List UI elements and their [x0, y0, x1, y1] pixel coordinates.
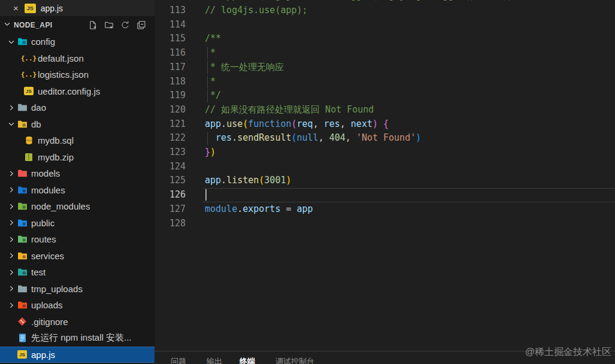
tree-folder-db[interactable]: db: [0, 116, 154, 133]
sql-icon: [23, 135, 34, 145]
line-number[interactable]: 126: [154, 188, 186, 202]
tree-file-_npm_install_...[interactable]: 先运行 npm install 安装...: [0, 330, 154, 347]
line-number[interactable]: 113: [154, 4, 186, 18]
code-line-127[interactable]: 127module.exports = app: [154, 202, 615, 217]
chevron-right-icon[interactable]: [6, 251, 17, 260]
tree-item-label: 先运行 npm install 安装...: [31, 332, 132, 344]
tree-item-label: mydb.sql: [38, 135, 74, 145]
tree-item-label: db: [31, 119, 41, 129]
line-number[interactable]: 128: [154, 217, 186, 231]
panel-tab-inactive[interactable]: 输出: [207, 356, 222, 364]
code-line-128[interactable]: 128: [154, 217, 615, 231]
close-tab-icon[interactable]: ×: [13, 4, 19, 13]
line-number[interactable]: 119: [154, 89, 186, 103]
tree-item-label: node_modules: [31, 201, 90, 211]
code-editor[interactable]: 112// app.use(log4js.connectLogger(log4j…: [154, 0, 615, 364]
code-line-124[interactable]: 124: [154, 160, 615, 174]
active-line-highlight: [202, 188, 615, 202]
new-folder-icon[interactable]: [104, 20, 114, 30]
refresh-explorer-icon[interactable]: [120, 20, 130, 30]
json-icon: {..}: [23, 69, 34, 80]
tree-file-mydb.zip[interactable]: mydb.zip: [0, 149, 154, 166]
tree-folder-dao[interactable]: dao: [0, 99, 154, 116]
line-number[interactable]: 114: [154, 18, 186, 32]
tree-item-label: mydb.zip: [38, 152, 74, 162]
code-line-116[interactable]: 116 *: [154, 46, 615, 60]
line-number[interactable]: 124: [154, 160, 186, 174]
code-line-119[interactable]: 119 */: [154, 89, 615, 103]
line-number[interactable]: 120: [154, 103, 186, 117]
chevron-right-icon[interactable]: [6, 219, 17, 227]
folder-icon: [17, 37, 28, 47]
js-file-icon: JS: [25, 4, 36, 13]
line-number[interactable]: 123: [154, 145, 186, 160]
editor-tab[interactable]: × JS app.js: [0, 0, 154, 17]
chevron-down-icon[interactable]: [6, 120, 17, 128]
folder-icon: [17, 267, 28, 277]
tree-file-mydb.sql[interactable]: mydb.sql: [0, 132, 154, 149]
panel-tab-inactive[interactable]: 问题: [171, 356, 186, 364]
tree-folder-test[interactable]: test: [0, 264, 154, 281]
tree-folder-models[interactable]: models: [0, 165, 154, 182]
chevron-right-icon[interactable]: [6, 104, 17, 112]
js-icon: JS: [23, 86, 34, 96]
tree-item-label: app.js: [31, 350, 55, 360]
tree-item-label: ueditor.config.js: [38, 86, 100, 96]
chevron-right-icon[interactable]: [6, 301, 17, 310]
panel-tab-active[interactable]: 终端: [240, 356, 255, 364]
code-text: // log4js.use(app);: [205, 4, 308, 18]
tree-file-.gitignore[interactable]: .gitignore: [0, 314, 154, 330]
line-number[interactable]: 117: [154, 60, 186, 75]
collapse-folders-icon[interactable]: [137, 20, 146, 30]
tree-folder-config[interactable]: config: [0, 34, 154, 50]
code-text: */: [205, 89, 221, 103]
chevron-down-icon[interactable]: [6, 38, 17, 46]
panel-tab-inactive[interactable]: 调试控制台: [275, 356, 314, 364]
code-line-125[interactable]: 125app.listen(3001): [154, 174, 615, 188]
code-line-113[interactable]: 113// log4js.use(app);: [154, 4, 615, 18]
chevron-right-icon[interactable]: [6, 268, 17, 277]
line-number[interactable]: 121: [154, 117, 186, 132]
file-tree: config{..}default.json{..}logistics.json…: [0, 34, 154, 364]
folder-icon: [17, 168, 28, 178]
tree-file-app.js[interactable]: JSapp.js: [0, 347, 154, 363]
chevron-right-icon[interactable]: [6, 284, 17, 293]
new-file-icon[interactable]: [88, 20, 98, 30]
line-number[interactable]: 127: [154, 202, 186, 217]
code-line-114[interactable]: 114: [154, 18, 615, 32]
code-text: app.listen(3001): [205, 174, 292, 188]
line-number[interactable]: 115: [154, 32, 186, 46]
tree-file-default.json[interactable]: {..}default.json: [0, 50, 154, 67]
code-line-121[interactable]: 121app.use(function(req, res, next) {: [154, 117, 615, 132]
chevron-right-icon[interactable]: [6, 169, 17, 178]
line-number[interactable]: 122: [154, 131, 186, 145]
watermark-text: @稀土掘金技术社区: [525, 346, 611, 359]
line-number[interactable]: 118: [154, 75, 186, 89]
tree-item-label: services: [31, 251, 64, 261]
tree-folder-uploads[interactable]: uploads: [0, 297, 154, 314]
tree-item-label: default.json: [38, 53, 84, 63]
code-line-115[interactable]: 115/**: [154, 32, 615, 46]
explorer-header[interactable]: NODE_API: [0, 17, 154, 33]
line-number[interactable]: 125: [154, 174, 186, 188]
line-number[interactable]: 116: [154, 46, 186, 60]
tree-folder-routes[interactable]: routes: [0, 231, 154, 248]
tree-folder-services[interactable]: services: [0, 248, 154, 265]
code-line-123[interactable]: 123}): [154, 145, 615, 160]
code-line-120[interactable]: 120// 如果没有路径处理就返回 Not Found: [154, 103, 615, 117]
chevron-right-icon[interactable]: [6, 202, 17, 211]
chevron-right-icon[interactable]: [6, 186, 17, 194]
tree-file-ueditor.config.js[interactable]: JSueditor.config.js: [0, 83, 154, 100]
tree-folder-modules[interactable]: modules: [0, 182, 154, 199]
chevron-right-icon[interactable]: [6, 235, 17, 244]
tree-folder-public[interactable]: public: [0, 215, 154, 232]
code-line-117[interactable]: 117 * 统一处理无响应: [154, 60, 615, 75]
code-line-118[interactable]: 118 *: [154, 75, 615, 89]
json-icon: {..}: [23, 53, 34, 63]
code-line-122[interactable]: 122 res.sendResult(null, 404, 'Not Found…: [154, 131, 615, 145]
tree-file-logistics.json[interactable]: {..}logistics.json: [0, 66, 154, 83]
code-line-126[interactable]: 126: [154, 188, 615, 202]
tree-folder-node_modules[interactable]: node_modules: [0, 198, 154, 215]
explorer-sidebar: × JS app.js NODE_API config{..}default.j…: [0, 0, 154, 364]
tree-folder-tmp_uploads[interactable]: tmp_uploads: [0, 281, 154, 298]
